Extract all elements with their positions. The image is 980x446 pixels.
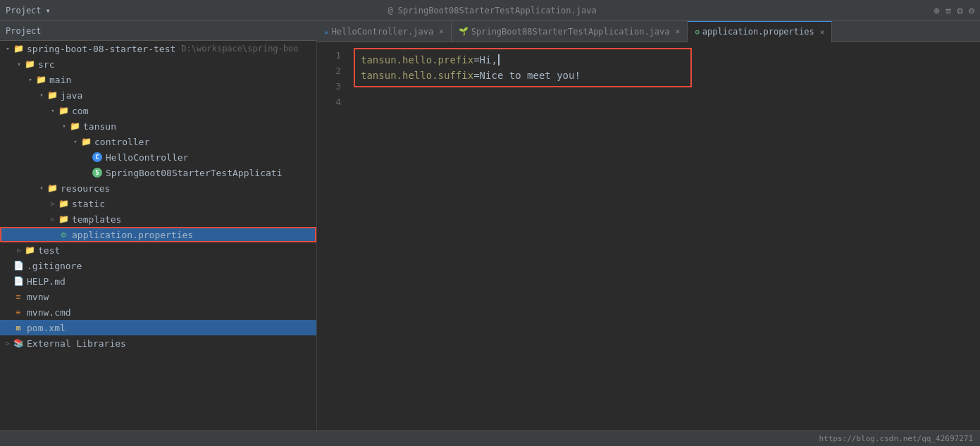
tree-icon-main: 📁 xyxy=(35,74,46,85)
tree-icon-hellocontroller: C xyxy=(92,151,103,163)
code-line-4 xyxy=(354,103,980,118)
status-bar: https://blog.csdn.net/qq_42697271 xyxy=(0,430,980,446)
tab-hello[interactable]: ☕ HelloController.java ✕ xyxy=(317,21,452,42)
tree-icon-static: 📁 xyxy=(58,198,69,209)
code-line-3 xyxy=(354,87,980,103)
editor-content: 1 2 3 4 tansun.hello.prefix=Hi, tansun.h… xyxy=(317,42,980,430)
tree-label-mvnw: mvnw xyxy=(27,292,49,302)
sidebar-item-hellocontroller[interactable]: CHelloController xyxy=(0,149,316,165)
tree-arrow-hellocontroller xyxy=(82,152,92,162)
status-url: https://blog.csdn.net/qq_42697271 xyxy=(819,434,973,443)
tree-icon-gitignore: 📄 xyxy=(13,260,24,271)
toolbar-icon-gear[interactable]: ⚙ xyxy=(957,5,962,16)
tree-arrow-helpmd xyxy=(3,276,13,286)
tree-icon-controller: 📁 xyxy=(80,136,92,147)
tab-hello-close[interactable]: ✕ xyxy=(439,27,444,36)
tab-appprops-close[interactable]: ✕ xyxy=(820,27,825,37)
toolbar-icon-minus[interactable]: ⊖ xyxy=(969,5,974,16)
tree-arrow-root: ▾ xyxy=(3,44,13,54)
tree-label-src: src xyxy=(38,59,54,70)
tree-arrow-gitignore xyxy=(3,261,13,271)
toolbar-icon-list[interactable]: ≡ xyxy=(945,5,951,16)
cursor xyxy=(498,54,500,66)
sidebar-item-root[interactable]: ▾📁spring-boot-08-starter-testD:\workspac… xyxy=(0,41,316,56)
tree-arrow-static: ▷ xyxy=(48,199,58,209)
tree-label-main: main xyxy=(49,75,71,85)
tree-label-springbootapp: SpringBoot08StarterTestApplicati xyxy=(106,168,282,178)
tree-label-resources: resources xyxy=(61,183,110,194)
tab-appprops-label: application.properties xyxy=(702,27,814,37)
tree-label-controller: controller xyxy=(94,137,149,147)
tree-label-hellocontroller: HelloController xyxy=(106,152,188,163)
sidebar-item-static[interactable]: ▷📁static xyxy=(0,196,316,211)
code-line-1: tansun.hello.prefix=Hi, xyxy=(361,52,679,68)
project-label: Project xyxy=(6,6,42,16)
sidebar-item-mvnw[interactable]: ≡mvnw xyxy=(0,289,316,304)
sidebar-header: Project xyxy=(0,21,316,41)
sidebar-item-resources[interactable]: ▾📁resources xyxy=(0,180,316,196)
sidebar-item-mvnwcmd[interactable]: ≡mvnw.cmd xyxy=(0,304,316,320)
sidebar-item-helpmd[interactable]: 📄HELP.md xyxy=(0,273,316,289)
tab-springboot[interactable]: 🌱 SpringBoot08StarterTestApplication.jav… xyxy=(452,21,688,42)
tree-icon-mvnw: ≡ xyxy=(13,291,24,302)
tree-arrow-appprops xyxy=(48,230,58,240)
tree-label-extlibs: External Libraries xyxy=(27,338,126,349)
sidebar-item-controller[interactable]: ▾📁controller xyxy=(0,134,316,149)
tree-arrow-templates: ▷ xyxy=(48,214,58,224)
tree-icon-resources: 📁 xyxy=(46,182,58,194)
sidebar-item-java[interactable]: ▾📁java xyxy=(0,87,316,103)
tree-label-java: java xyxy=(61,90,82,101)
tab-springboot-close[interactable]: ✕ xyxy=(676,27,681,36)
tree-arrow-src: ▾ xyxy=(14,59,24,69)
tree-icon-java: 📁 xyxy=(46,89,58,101)
tree-label-templates: templates xyxy=(72,214,121,225)
tree-container: ▾📁spring-boot-08-starter-testD:\workspac… xyxy=(0,41,316,351)
tree-label-gitignore: .gitignore xyxy=(27,261,82,271)
sidebar-item-main[interactable]: ▾📁main xyxy=(0,72,316,87)
sidebar-item-com[interactable]: ▾📁com xyxy=(0,103,316,118)
tree-arrow-springbootapp xyxy=(82,168,92,178)
tree-icon-templates: 📁 xyxy=(58,213,69,225)
sidebar-item-tansun[interactable]: ▾📁tansun xyxy=(0,118,316,134)
sidebar-item-appprops[interactable]: ⚙application.properties xyxy=(0,227,316,242)
sidebar-item-gitignore[interactable]: 📄.gitignore xyxy=(0,258,316,273)
title-bar: Project ▾ @ SpringBoot08StarterTestAppli… xyxy=(0,0,980,21)
tree-label-com: com xyxy=(72,106,88,116)
tree-arrow-tansun: ▾ xyxy=(59,121,69,131)
code-key-2: tansun.hello.suffix xyxy=(361,68,473,83)
tab-bar: ☕ HelloController.java ✕ 🌱 SpringBoot08S… xyxy=(317,21,980,42)
tree-label-appprops: application.properties xyxy=(72,230,193,240)
toolbar-icon-add[interactable]: ⊕ xyxy=(934,5,939,16)
title-bar-center: @ SpringBoot08StarterTestApplication.jav… xyxy=(51,6,934,16)
sidebar-item-extlibs[interactable]: ▷📚External Libraries xyxy=(0,335,316,351)
line-numbers: 1 2 3 4 xyxy=(317,42,345,430)
tab-springboot-label: SpringBoot08StarterTestApplication.java xyxy=(471,27,670,37)
tree-arrow-resources: ▾ xyxy=(37,183,46,193)
tree-label-static: static xyxy=(72,199,105,209)
sidebar-item-templates[interactable]: ▷📁templates xyxy=(0,211,316,227)
sidebar-item-springbootapp[interactable]: SSpringBoot08StarterTestApplicati xyxy=(0,165,316,180)
sidebar-item-src[interactable]: ▾📁src xyxy=(0,56,316,72)
tree-arrow-pomxml xyxy=(3,323,13,333)
project-dropdown-icon[interactable]: ▾ xyxy=(46,6,51,16)
title-tab-spring: @ SpringBoot08StarterTestApplication.jav… xyxy=(387,6,596,16)
code-area[interactable]: tansun.hello.prefix=Hi, tansun.hello.suf… xyxy=(345,42,980,430)
tree-arrow-com: ▾ xyxy=(48,106,58,116)
tree-icon-helpmd: 📄 xyxy=(13,275,24,287)
tree-arrow-java: ▾ xyxy=(37,90,46,100)
tree-icon-mvnwcmd: ≡ xyxy=(13,306,24,318)
sidebar-item-pomxml[interactable]: mpom.xml xyxy=(0,320,316,335)
main-layout: Project ▾📁spring-boot-08-starter-testD:\… xyxy=(0,21,980,430)
tree-arrow-mvnwcmd xyxy=(3,307,13,317)
tree-icon-pomxml: m xyxy=(13,322,24,333)
sidebar-header-label: Project xyxy=(6,26,42,36)
tree-arrow-controller: ▾ xyxy=(70,137,80,147)
tree-arrow-test: ▷ xyxy=(14,245,24,255)
code-val-1: Hi, xyxy=(480,52,497,68)
tree-icon-src: 📁 xyxy=(24,58,35,70)
tab-springboot-icon: 🌱 xyxy=(459,27,469,36)
tree-label-tansun: tansun xyxy=(83,121,116,132)
tree-label-helpmd: HELP.md xyxy=(27,276,66,287)
tab-appprops[interactable]: ⚙ application.properties ✕ xyxy=(688,21,832,42)
sidebar-item-test[interactable]: ▷📁test xyxy=(0,242,316,258)
